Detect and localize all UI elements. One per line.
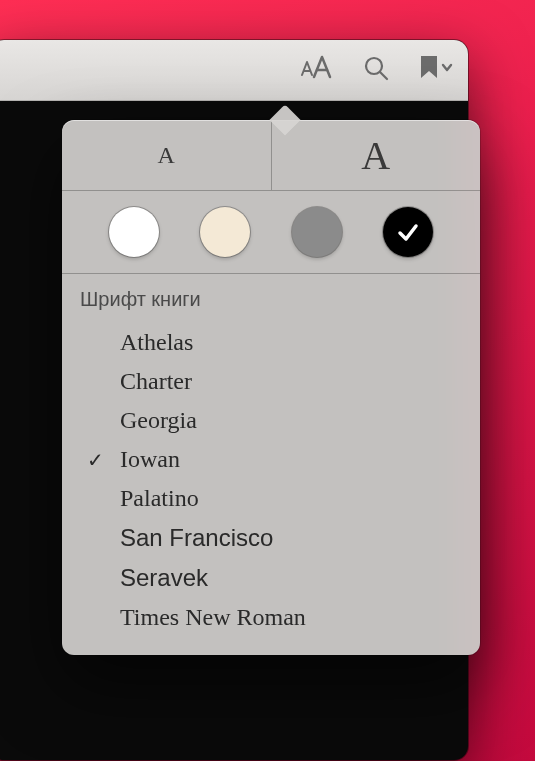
- theme-swatch-gray[interactable]: [292, 207, 342, 257]
- font-option[interactable]: ✓Charter: [62, 362, 480, 401]
- font-option[interactable]: ✓Times New Roman: [62, 598, 480, 637]
- font-option[interactable]: ✓Seravek: [62, 558, 480, 598]
- font-name-label: Charter: [120, 368, 192, 395]
- font-list: ✓Athelas✓Charter✓Georgia✓Iowan✓Palatino✓…: [62, 323, 480, 637]
- fonts-header: Шрифт книги: [62, 288, 480, 323]
- theme-swatch-white[interactable]: [109, 207, 159, 257]
- text-appearance-icon: [299, 55, 333, 85]
- appearance-popover: A A Шрифт книги ✓Athelas✓Charter✓Georgia…: [62, 120, 480, 655]
- font-name-label: Palatino: [120, 485, 199, 512]
- bookmark-dropdown-icon: [417, 54, 455, 86]
- checkmark-icon: [394, 218, 422, 246]
- font-name-label: Seravek: [120, 564, 208, 592]
- font-size-row: A A: [62, 120, 480, 190]
- font-name-label: San Francisco: [120, 524, 273, 552]
- checkmark-icon: ✓: [80, 448, 110, 472]
- search-button[interactable]: [358, 52, 394, 88]
- theme-swatch-sepia[interactable]: [200, 207, 250, 257]
- font-option[interactable]: ✓Palatino: [62, 479, 480, 518]
- font-name-label: Iowan: [120, 446, 180, 473]
- search-icon: [362, 54, 390, 86]
- svg-line-1: [380, 72, 387, 79]
- increase-font-size-button[interactable]: A: [272, 120, 481, 190]
- fonts-section: Шрифт книги ✓Athelas✓Charter✓Georgia✓Iow…: [62, 274, 480, 655]
- large-a-label: A: [361, 132, 390, 179]
- theme-row: [62, 191, 480, 273]
- font-name-label: Georgia: [120, 407, 197, 434]
- toolbar-right-group: [298, 40, 454, 100]
- decrease-font-size-button[interactable]: A: [62, 120, 271, 190]
- font-option[interactable]: ✓Georgia: [62, 401, 480, 440]
- font-name-label: Times New Roman: [120, 604, 306, 631]
- font-name-label: Athelas: [120, 329, 193, 356]
- theme-swatch-night[interactable]: [383, 207, 433, 257]
- font-option[interactable]: ✓San Francisco: [62, 518, 480, 558]
- font-option[interactable]: ✓Athelas: [62, 323, 480, 362]
- appearance-button[interactable]: [298, 52, 334, 88]
- font-option[interactable]: ✓Iowan: [62, 440, 480, 479]
- small-a-label: A: [158, 142, 175, 169]
- window-titlebar: [0, 40, 468, 101]
- bookmark-button[interactable]: [418, 52, 454, 88]
